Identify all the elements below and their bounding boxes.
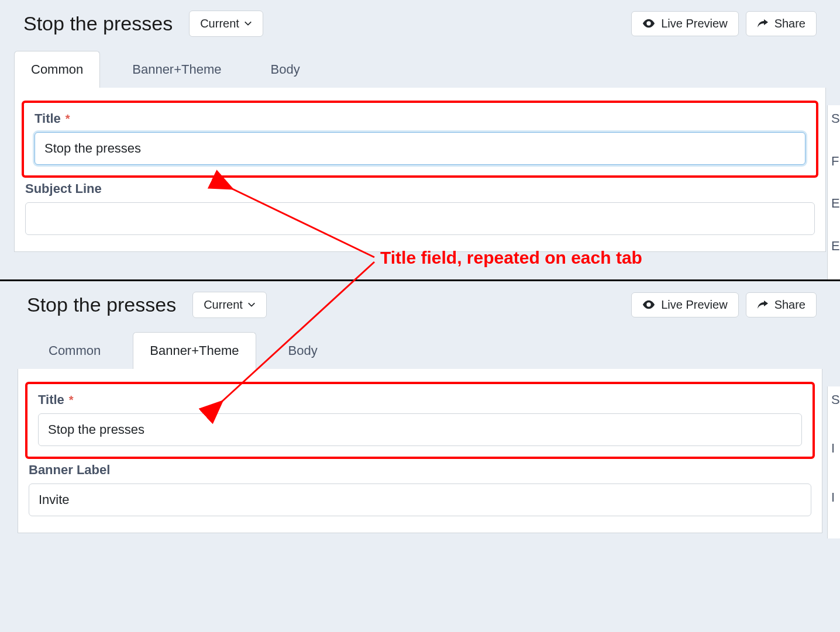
- tab-banner-theme[interactable]: Banner+Theme: [115, 51, 238, 88]
- tabs-row: Common Banner+Theme Body: [0, 47, 840, 88]
- version-label: Current: [204, 298, 243, 312]
- version-dropdown[interactable]: Current: [189, 11, 263, 37]
- form-panel-banner-theme: Title * Banner Label: [18, 369, 822, 533]
- share-button[interactable]: Share: [746, 11, 817, 36]
- side-peek-letter: E: [828, 196, 840, 239]
- title-input[interactable]: [38, 413, 802, 446]
- share-label: Share: [774, 298, 805, 312]
- header-bar: Stop the presses Current Live Preview Sh…: [0, 281, 840, 328]
- editor-view-banner-theme: Stop the presses Current Live Preview Sh…: [0, 279, 840, 533]
- chevron-down-icon: [244, 19, 252, 27]
- version-dropdown[interactable]: Current: [192, 292, 267, 318]
- tab-banner-theme[interactable]: Banner+Theme: [133, 332, 256, 369]
- title-field-label: Title *: [31, 392, 809, 407]
- required-star-icon: *: [66, 112, 70, 126]
- title-label-text: Title: [38, 392, 64, 407]
- side-peek-letter: F: [828, 154, 840, 196]
- side-peek-letter: S: [828, 111, 840, 154]
- page-title: Stop the presses: [23, 12, 173, 35]
- side-peek-letter: I: [828, 441, 840, 489]
- live-preview-button[interactable]: Live Preview: [631, 292, 738, 317]
- annotation-highlight-box: Title *: [25, 382, 815, 459]
- share-icon: [757, 299, 769, 310]
- version-label: Current: [200, 17, 239, 30]
- annotation-highlight-box: Title *: [22, 101, 818, 178]
- tab-body[interactable]: Body: [271, 332, 335, 369]
- share-icon: [757, 18, 769, 29]
- side-peek-letter: E: [828, 239, 840, 281]
- share-button[interactable]: Share: [746, 292, 817, 317]
- tab-common[interactable]: Common: [32, 332, 118, 369]
- sidebar-peek: S F E E: [827, 105, 840, 281]
- side-peek-letter: I: [828, 490, 840, 538]
- sidebar-peek: S I I: [827, 386, 840, 538]
- title-label-text: Title: [35, 111, 61, 126]
- banner-label-input[interactable]: [29, 484, 811, 516]
- annotation-label: Title field, repeated on each tab: [380, 248, 642, 268]
- live-preview-button[interactable]: Live Preview: [631, 11, 738, 36]
- title-field-label: Title *: [27, 111, 813, 126]
- tab-body[interactable]: Body: [254, 51, 317, 88]
- banner-label-label: Banner Label: [18, 462, 822, 478]
- share-label: Share: [774, 17, 805, 30]
- side-peek-letter: S: [828, 392, 840, 441]
- chevron-down-icon: [247, 301, 256, 309]
- tabs-row: Common Banner+Theme Body: [18, 328, 840, 369]
- required-star-icon: *: [69, 393, 74, 407]
- tab-common[interactable]: Common: [14, 51, 100, 88]
- editor-view-common: Stop the presses Current Live Preview Sh…: [0, 0, 840, 252]
- live-preview-label: Live Preview: [661, 17, 727, 30]
- page-title: Stop the presses: [27, 293, 176, 316]
- form-panel-common: Title * Subject Line: [14, 88, 826, 252]
- header-bar: Stop the presses Current Live Preview Sh…: [0, 0, 840, 47]
- live-preview-label: Live Preview: [661, 298, 727, 312]
- eye-icon: [642, 19, 655, 28]
- subject-line-input[interactable]: [25, 202, 815, 235]
- eye-icon: [642, 300, 655, 309]
- subject-line-label: Subject Line: [15, 181, 825, 196]
- title-input[interactable]: [35, 132, 805, 165]
